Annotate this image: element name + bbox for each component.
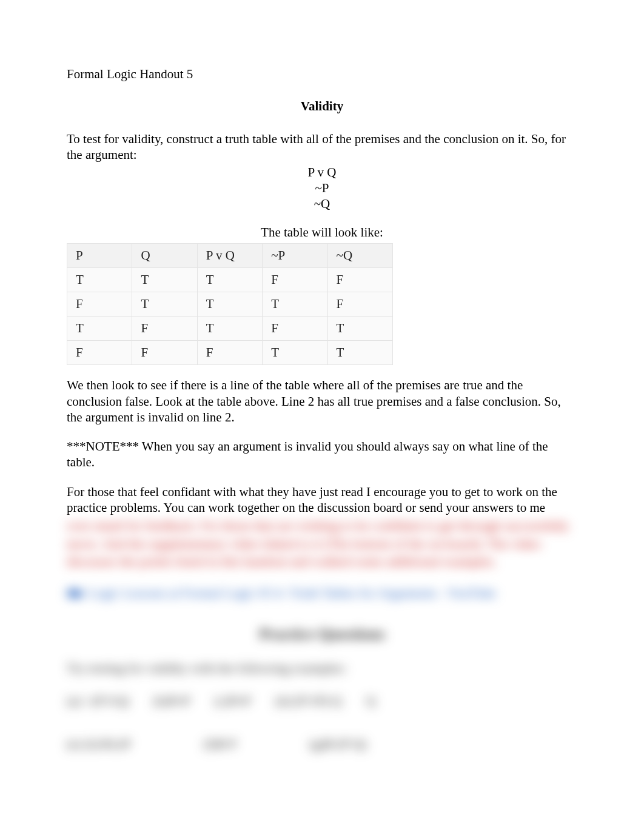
table-cell: T <box>263 341 327 365</box>
explain-paragraph: We then look to see if there is a line o… <box>67 377 577 425</box>
argument-line-3: ~Q <box>67 196 577 212</box>
table-cell: T <box>132 268 197 292</box>
table-cell: T <box>197 317 262 341</box>
table-cell: F <box>263 317 327 341</box>
table-caption: The table will look like: <box>67 225 577 240</box>
table-row: P Q P v Q ~P ~Q <box>67 244 393 268</box>
table-row: F F F T T <box>67 341 393 365</box>
blurred-item: (d) (P⊃P)·Q <box>275 693 342 709</box>
blurred-item: (a) ~(P⊃Q) <box>67 693 129 709</box>
table-cell: T <box>67 317 132 341</box>
blurred-item: Q <box>366 693 375 709</box>
page-title: Validity <box>67 99 577 114</box>
table-cell: P <box>67 244 132 268</box>
argument-line-1: P v Q <box>67 164 577 180</box>
table-cell: F <box>197 341 262 365</box>
table-cell: T <box>132 292 197 317</box>
blurred-heading: Practice Questions <box>67 625 577 643</box>
blurred-item: (e) (Q·R)·(P <box>67 736 131 752</box>
table-cell: F <box>67 292 132 317</box>
blurred-item: (g)R·(P·Q) <box>309 736 366 752</box>
blurred-problem-row: (e) (Q·R)·(P (f)R·P (g)R·(P·Q) <box>67 736 577 752</box>
table-row: F T T T F <box>67 292 393 317</box>
blurred-problem-row: (a) ~(P⊃Q) (b)PvP (c)PvP (d) (P⊃P)·Q Q <box>67 693 577 709</box>
blurred-item: (b)PvP <box>153 693 190 709</box>
note-paragraph: ***NOTE*** When you say an argument is i… <box>67 438 577 471</box>
truth-table: P Q P v Q ~P ~Q T T T F F F T T T F T F … <box>67 243 393 365</box>
blurred-red-text: over email for feedback. For those that … <box>67 517 577 571</box>
blurred-instruction: Try testing for validity with the follow… <box>67 660 577 676</box>
table-row: T F T F T <box>67 317 393 341</box>
table-cell: F <box>67 341 132 365</box>
table-cell: T <box>67 268 132 292</box>
table-cell: F <box>327 268 392 292</box>
argument-block: P v Q ~P ~Q <box>67 164 577 212</box>
table-cell: T <box>327 341 392 365</box>
table-cell: F <box>132 317 197 341</box>
table-cell: ~P <box>263 244 327 268</box>
table-cell: T <box>327 317 392 341</box>
table-cell: F <box>327 292 392 317</box>
table-cell: ~Q <box>327 244 392 268</box>
table-cell: F <box>263 268 327 292</box>
blurred-item: (c)PvP <box>215 693 251 709</box>
table-cell: T <box>197 292 262 317</box>
table-cell: P v Q <box>197 244 262 268</box>
intro-paragraph: To test for validity, construct a truth … <box>67 131 577 163</box>
blurred-video-link: ■▶ Logic Lessons at Formal Logic #3 4- T… <box>67 585 496 601</box>
blurred-content: over email for feedback. For those that … <box>67 517 577 752</box>
table-cell: T <box>263 292 327 317</box>
document-page: Formal Logic Handout 5 Validity To test … <box>0 0 644 788</box>
argument-line-2: ~P <box>67 180 577 196</box>
encourage-paragraph: For those that feel confidant with what … <box>67 484 577 516</box>
table-row: T T T F F <box>67 268 393 292</box>
table-cell: T <box>197 268 262 292</box>
table-cell: Q <box>132 244 197 268</box>
blurred-item: (f)R·P <box>204 736 236 752</box>
handout-header: Formal Logic Handout 5 <box>67 67 577 82</box>
table-cell: F <box>132 341 197 365</box>
